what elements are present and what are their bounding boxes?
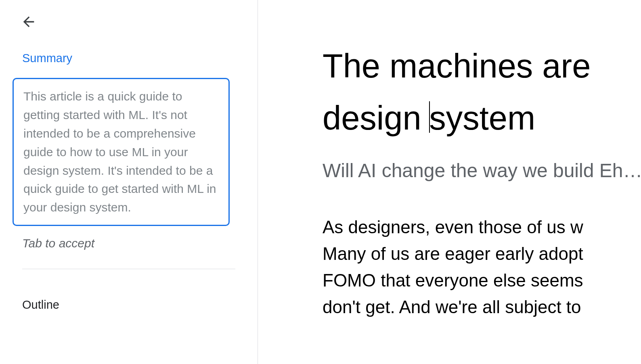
title-line-2: design system [323,92,641,144]
summary-suggestion-box[interactable]: This article is a quick guide to getting… [13,78,230,226]
subtitle-line-1: Will AI change the way we build [323,160,599,181]
document-canvas[interactable]: The machines are design system Will AI c… [258,0,641,364]
subtitle-line-2: Eh… [599,160,641,181]
document-subtitle[interactable]: Will AI change the way we build Eh… [323,155,641,186]
document-body[interactable]: As designers, even those of us w Many of… [323,214,641,320]
document-title[interactable]: The machines are design system [323,40,641,144]
arrow-left-icon [21,14,37,30]
outline-heading[interactable]: Outline [22,298,235,312]
sidebar-panel: Summary This article is a quick guide to… [0,0,258,364]
sidebar-divider [22,269,235,269]
title-line-1: The machines are [323,40,641,92]
back-button[interactable] [19,12,38,31]
body-line: don't get. And we're all subject to [323,294,641,320]
body-line: As designers, even those of us w [323,214,641,241]
summary-heading: Summary [22,52,235,65]
tab-to-accept-hint: Tab to accept [22,236,235,250]
body-line: Many of us are eager early adopt [323,241,641,267]
body-line: FOMO that everyone else seems [323,267,641,294]
